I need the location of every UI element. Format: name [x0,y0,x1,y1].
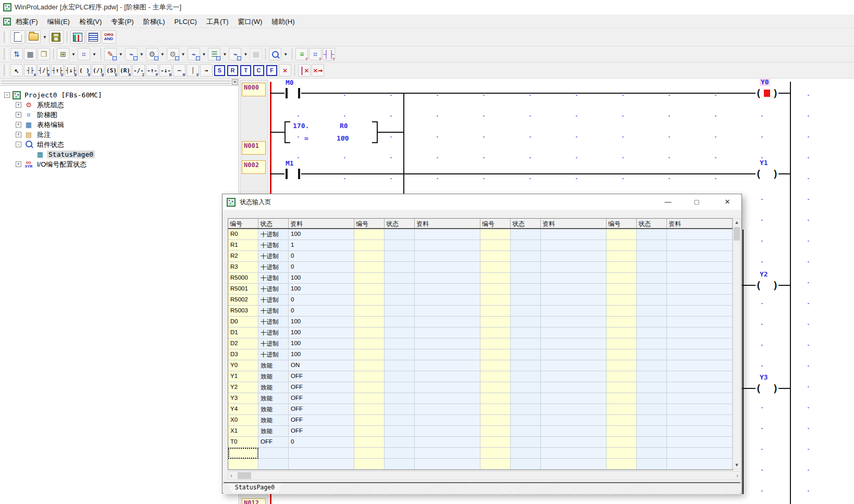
table-cell[interactable] [667,284,733,295]
table-cell[interactable] [480,327,511,338]
table-cell[interactable] [541,382,607,393]
instruction-list-button[interactable]: ORGAND [102,30,116,44]
menu-item-3[interactable]: 专案(P) [106,16,138,27]
table-cell[interactable] [354,448,385,459]
table-cell[interactable] [385,360,415,371]
table-cell[interactable] [480,338,511,349]
table-cell[interactable] [541,338,607,349]
table-cell[interactable] [415,229,480,240]
table-cell[interactable] [354,327,385,338]
open-file-button-dropdown[interactable]: ▼ [41,35,48,40]
table-cell[interactable]: 十进制 [258,240,289,251]
table-cell[interactable] [385,229,415,240]
plc-address-icon[interactable]: ⌁A [188,48,200,60]
swap-xy-monitor-icon[interactable]: ⇅ [10,48,23,60]
table-cell[interactable] [607,284,637,295]
run-plc-icon[interactable]: ⚙ [146,48,158,60]
table-cell[interactable] [511,306,541,317]
coil-out-button[interactable]: ( )O [78,64,91,77]
scroll-down-icon[interactable]: ▼ [733,462,740,468]
table-cell[interactable] [511,426,541,437]
compare-block-op[interactable]: = [304,134,308,142]
table-cell[interactable] [415,284,480,295]
compare-block-left-bracket[interactable] [284,121,290,143]
table-cell[interactable] [385,404,415,415]
table-cell[interactable] [637,262,667,273]
table-cell[interactable] [385,426,415,437]
table-cell[interactable] [607,459,637,470]
table-cell[interactable]: 十进制 [258,284,289,295]
table-cell[interactable] [385,349,415,360]
vscroll-thumb[interactable] [734,227,740,241]
tree-expand-icon[interactable]: − [4,92,10,98]
table-cell[interactable] [385,306,415,317]
element-s-button[interactable]: S [214,65,225,76]
contact-b-button[interactable]: ┤/├B [38,64,50,77]
table-cell[interactable] [354,349,385,360]
table-cell[interactable]: 100 [289,338,354,349]
table-cell[interactable]: 十进制 [258,338,289,349]
table-cell[interactable] [354,262,385,273]
table-cell[interactable]: 0 [289,437,354,448]
table-cell[interactable] [607,448,637,459]
delete-element-button[interactable]: ✕ [279,64,291,77]
falling-edge-button[interactable]: -↓-N [159,64,172,77]
table-cell[interactable] [354,459,385,470]
table-cell[interactable]: OFF [289,393,354,404]
table-cell[interactable]: 100 [289,284,354,295]
plc-address-icon-dropdown[interactable]: ▼ [201,52,208,57]
contact-label-M0[interactable]: M0 [286,79,294,86]
table-cell[interactable] [480,273,511,284]
table-cell[interactable] [415,371,480,382]
table-cell[interactable] [258,448,289,459]
table-cell[interactable] [385,459,415,470]
table-cell[interactable] [667,327,733,338]
table-cell[interactable] [637,229,667,240]
coil-reset-button[interactable]: (R)R [119,64,131,77]
table-cell[interactable] [415,295,480,306]
table-cell[interactable] [480,371,511,382]
table-cell[interactable] [354,371,385,382]
table-cell[interactable] [511,404,541,415]
table-cell[interactable] [541,349,607,360]
dialog-close-button[interactable]: ✕ [723,198,732,206]
compare-block-fn[interactable]: 170. [293,122,309,130]
tree-panel-grip[interactable] [1,81,230,84]
table-cell[interactable] [667,262,733,273]
table-cell[interactable] [637,240,667,251]
table-cell[interactable] [385,437,415,448]
table-cell[interactable] [607,306,637,317]
run-plc-icon-dropdown[interactable]: ▼ [159,52,166,57]
network-label-N001[interactable]: N001 [242,141,266,155]
table-cell[interactable]: Y1 [228,371,258,382]
table-cell[interactable] [385,273,415,284]
table-cell[interactable] [354,273,385,284]
table-cell[interactable]: 致能 [258,393,289,404]
table-cell[interactable] [667,229,733,240]
table-cell[interactable] [511,327,541,338]
table-cell[interactable] [637,327,667,338]
table-cell[interactable] [415,426,480,437]
table-cell[interactable] [607,382,637,393]
table-cell[interactable]: 十进制 [258,251,289,262]
menu-item-5[interactable]: PLC(C) [170,16,202,27]
table-cell[interactable]: OFF [289,371,354,382]
table-cell[interactable] [480,437,511,448]
table-cell[interactable] [415,393,480,404]
table-cell[interactable] [480,229,511,240]
table-cell[interactable]: 0 [289,251,354,262]
table-cell[interactable]: 十进制 [258,306,289,317]
table-cell[interactable] [667,437,733,448]
table-cell[interactable] [541,327,607,338]
contact-down-button[interactable]: ┤↓├D [65,64,77,77]
table-cell[interactable] [385,251,415,262]
table-cell[interactable]: R2 [228,251,258,262]
table-cell[interactable] [480,349,511,360]
table-cell[interactable] [415,437,480,448]
menu-item-8[interactable]: 辅助(H) [267,16,299,27]
table-cell[interactable] [415,251,480,262]
table-cell[interactable] [637,371,667,382]
coil-label-Y3[interactable]: Y3 [760,373,768,381]
hscroll-thumb[interactable] [238,472,251,479]
table-cell[interactable] [511,240,541,251]
